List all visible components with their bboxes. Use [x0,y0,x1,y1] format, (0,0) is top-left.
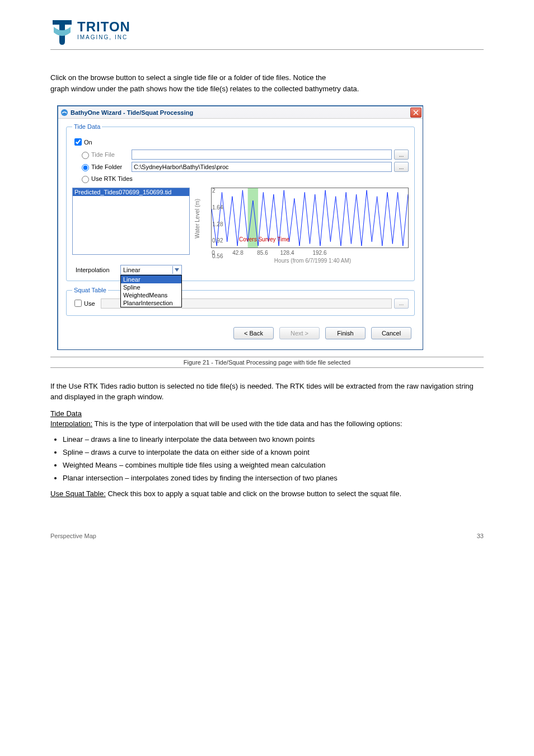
browse-squat-button[interactable]: ... [394,298,409,309]
squat-title: Use Squat Table: [50,489,106,498]
tide-folder-label: Tide Folder [91,164,132,170]
tide-data-group: Tide Data On Tide File ... Tide Folder .… [66,123,415,281]
interp-option[interactable]: WeightedMeans [121,291,181,299]
interp-option[interactable]: PlanarIntersection [121,299,181,307]
chart-ylabel: Water Level (m) [194,199,200,239]
tide-file-item[interactable]: Predicted_Tides070699_150699.tid [73,188,189,196]
back-button[interactable]: < Back [233,327,274,339]
browse-tide-file-button[interactable]: ... [394,150,409,160]
finish-button[interactable]: Finish [325,327,366,339]
close-icon [413,110,419,115]
page-header: TRITON IMAGING, INC [50,17,484,50]
tide-chart: Water Level (m) 2 1.64 1.28 0.92 0.56 0 … [194,188,409,260]
squat-para: Use Squat Table: Check this box to apply… [50,489,484,500]
brand-sub: IMAGING, INC [77,35,130,40]
tide-folder-radio[interactable] [82,164,89,171]
chart-xlabel: Hours (from 6/7/1999 1:40 AM) [217,258,409,264]
bullet-weighted: Weighted Means – combines multiple tide … [63,461,484,469]
dialog-title: BathyOne Wizard - Tide/Squat Processing [71,109,193,116]
chevron-down-icon [172,266,180,274]
xtick: 128.4 [280,250,294,256]
bullet-planar: Planar intersection – interpolates zoned… [63,474,484,482]
xtick: 42.8 [232,250,243,256]
tide-file-label: Tide File [91,151,132,158]
close-button[interactable] [410,108,421,118]
section-tide-data: Tide Data [50,409,82,418]
on-checkbox[interactable] [74,138,82,146]
ytick: 1.64 [212,204,223,211]
next-button: Next > [279,327,320,339]
chart-annotation: Covers Survey Time [239,236,289,242]
interp-option[interactable]: Spline [121,283,181,291]
interp-bullets: Linear – draws a line to linearly interp… [63,435,484,482]
interpolation-options[interactable]: Linear Spline WeightedMeans PlanarInters… [120,275,182,307]
brand-logo: TRITON IMAGING, INC [50,17,130,45]
triton-logo-icon [50,17,74,45]
dialog-titlebar: BathyOne Wizard - Tide/Squat Processing [58,106,423,119]
tide-folder-path[interactable] [132,162,392,172]
tide-file-path[interactable] [132,150,392,160]
app-icon [60,109,68,116]
footer-right: 33 [477,533,484,539]
cancel-button[interactable]: Cancel [371,327,411,339]
use-rtk-label: Use RTK Tides [91,175,133,182]
wizard-dialog: BathyOne Wizard - Tide/Squat Processing … [57,105,423,350]
bullet-linear: Linear – draws a line to linearly interp… [63,435,484,444]
tide-file-radio[interactable] [82,152,89,159]
ytick: 2 [212,188,216,194]
bullet-spline: Spline – draws a curve to interpolate th… [63,448,484,456]
footer-left: Perspective Map [50,533,96,539]
ytick: 1.28 [212,221,223,227]
use-squat-label: Use [84,300,95,307]
intro-paragraph: Click on the browse button to select a s… [50,72,484,94]
squat-table-group: Squat Table Use ... [66,287,415,316]
xtick: 85.6 [257,250,268,256]
tide-file-list[interactable]: Predicted_Tides070699_150699.tid [72,188,190,255]
interpolation-value: Linear [123,267,140,273]
interpolation-combobox[interactable]: Linear Linear Spline WeightedMeans Plana… [120,265,182,275]
interp-option[interactable]: Linear [121,276,181,283]
interp-title: Interpolation: [50,419,92,428]
ytick: 0.92 [212,237,223,243]
interp-para: Interpolation: This is the type of inter… [50,419,484,430]
interpolation-label: Interpolation [76,267,116,273]
brand-name: TRITON [77,20,130,34]
use-rtk-radio[interactable] [82,176,89,183]
squat-group-legend: Squat Table [72,287,108,293]
use-squat-checkbox[interactable] [74,300,82,307]
figure-caption: Figure 21 - Tide/Squat Processing page w… [50,357,484,368]
body-p1: If the Use RTK Tides radio button is sel… [50,381,484,403]
page-footer: Perspective Map 33 [50,533,484,539]
intro-text: Click on the browse button [50,73,136,82]
svg-point-0 [61,109,68,116]
on-label: On [84,139,92,146]
xtick: 0 [212,250,215,256]
tide-group-legend: Tide Data [72,123,102,130]
xtick: 192.6 [312,250,326,256]
wizard-buttons: < Back Next > Finish Cancel [66,321,415,346]
browse-tide-folder-button[interactable]: ... [394,162,409,172]
